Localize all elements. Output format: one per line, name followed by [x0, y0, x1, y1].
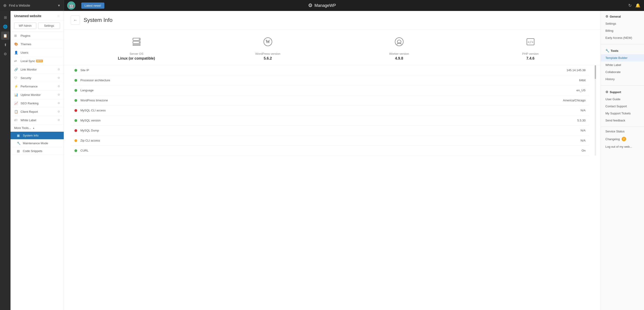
sidebar-item-uptime-monitor[interactable]: 📊 Uptime Monitor ⚙ [10, 91, 64, 99]
avatar: 🤖 [67, 1, 75, 10]
general-icon: ⚙ [606, 14, 608, 18]
white-label-gear-icon[interactable]: ⚙ [58, 118, 60, 122]
wp-version-icon: W [262, 36, 273, 49]
row-label-site-ip: Site IP [80, 68, 566, 72]
back-button[interactable]: ← [71, 16, 80, 25]
sidebar-icon-sites[interactable]: 🌐 [1, 22, 9, 30]
right-user-guide[interactable]: User Guide [601, 96, 644, 103]
performance-icon: ⚡ [14, 84, 18, 88]
system-info-label: System Info [23, 134, 38, 137]
right-settings[interactable]: Settings [601, 20, 644, 27]
tools-title: 🔧 Tools [601, 49, 644, 54]
uptime-gear-icon[interactable]: ⚙ [58, 93, 60, 96]
tools-icon: 🔧 [606, 49, 609, 52]
local-sync-label: Local Sync [20, 59, 35, 63]
right-billing[interactable]: Billing [601, 27, 644, 34]
right-send-feedback[interactable]: Send feedback [601, 117, 644, 124]
themes-icon: 🎨 [14, 42, 18, 46]
row-value-mysql-cli: N/A [580, 109, 586, 112]
right-logout[interactable]: Log out of my web... [601, 143, 644, 150]
notification-button[interactable]: 🔔 [635, 3, 640, 8]
row-label-zip-cli: Zip CLI access [80, 139, 580, 142]
sidebar-item-link-monitor[interactable]: 🔗 Link Monitor ⚙ [10, 65, 64, 74]
security-gear-icon[interactable]: ⚙ [58, 76, 60, 80]
security-label: Security [20, 76, 31, 80]
refresh-button[interactable]: ↻ [628, 3, 632, 8]
security-icon: 🛡 [14, 76, 18, 80]
status-dot-site-ip [74, 69, 77, 72]
status-dot-language [74, 89, 77, 92]
sidebar-item-white-label[interactable]: 🏷 White Label ⚙ [10, 116, 64, 124]
wp-admin-button[interactable]: WP Admin [14, 22, 36, 29]
support-section: ⚙ Support User Guide Contact Support My … [601, 86, 644, 126]
sidebar-item-system-info[interactable]: ▦ System Info [10, 132, 64, 140]
client-report-icon: 📋 [14, 110, 18, 114]
sidebar-item-code-snippets[interactable]: ▤ Code Snippets [10, 147, 64, 155]
performance-gear-icon[interactable]: ⚙ [58, 85, 60, 88]
link-monitor-gear-icon[interactable]: ⚙ [58, 68, 60, 71]
right-service-status[interactable]: Service Status [601, 128, 644, 135]
general-section: ⚙ General Settings Billing Early Access … [601, 11, 644, 43]
sidebar-item-maintenance-mode[interactable]: 🔧 Maintenance Mode [10, 140, 64, 147]
beta-badge: BETA [36, 60, 43, 62]
right-contact-support[interactable]: Contact Support [601, 103, 644, 110]
star-icon[interactable]: ☆ [57, 14, 60, 18]
sidebar-item-security[interactable]: 🛡 Security ⚙ [10, 74, 64, 82]
scrollbar[interactable] [595, 65, 596, 156]
client-report-gear-icon[interactable]: ⚙ [58, 110, 60, 113]
sidebar-item-plugins[interactable]: ⊞ Plugins [10, 32, 64, 40]
find-website-dropdown[interactable]: ⊕ Find a Website ▼ [0, 0, 64, 11]
system-row-mysql-version: MySQL version 5.5.30 [71, 116, 589, 126]
status-dot-mysql-cli [74, 109, 77, 112]
row-value-curl: On [582, 149, 586, 152]
sidebar-item-client-report[interactable]: 📋 Client Report ⚙ [10, 108, 64, 116]
left-sidebar: Unnamed website ☆ WP Admin Settings ⊞ Pl… [10, 11, 64, 310]
right-history[interactable]: History [601, 76, 644, 83]
support-label: Support [610, 90, 621, 94]
right-panel: ⚙ General Settings Billing Early Access … [600, 11, 644, 310]
general-label: General [610, 15, 621, 18]
site-name: Unnamed website [14, 14, 41, 18]
sidebar-item-local-sync[interactable]: ⇄ Local Sync BETA [10, 57, 64, 65]
right-collaborate[interactable]: Collaborate [601, 68, 644, 76]
status-dot-mysql-version [74, 119, 77, 122]
sidebar-icon-manage[interactable]: 📋 [1, 32, 9, 40]
system-row-mysql-dump: MySQL Dump N/A [71, 126, 589, 136]
sidebar-item-performance[interactable]: ⚡ Performance ⚙ [10, 82, 64, 91]
performance-label: Performance [20, 85, 38, 88]
row-value-processor: 64bit [579, 78, 586, 82]
right-template-builder[interactable]: Template Builder [601, 54, 644, 62]
worker-version-value: 4.9.8 [395, 56, 403, 60]
seo-gear-icon[interactable]: ⚙ [58, 102, 60, 105]
row-value-language: en_US [576, 88, 586, 92]
plugins-icon: ⊞ [14, 34, 18, 38]
scrollbar-thumb[interactable] [595, 65, 596, 79]
row-value-site-ip: 145.14.145.38 [566, 68, 586, 72]
support-title: ⚙ Support [601, 90, 644, 96]
sidebar-item-users[interactable]: 👤 Users [10, 48, 64, 57]
right-white-label[interactable]: White Label [601, 62, 644, 68]
sidebar-item-themes[interactable]: 🎨 Themes [10, 40, 64, 48]
row-label-mysql-version: MySQL version [80, 119, 577, 122]
right-my-support-tickets[interactable]: My Support Tickets [601, 110, 644, 117]
row-label-language: Language [80, 88, 576, 92]
changelog-label: Changelog [606, 138, 620, 141]
status-dot-processor [74, 79, 77, 82]
server-os-label: Server OS [130, 52, 144, 56]
tools-section: 🔧 Tools Template Builder White Label Col… [601, 45, 644, 84]
sidebar-buttons: WP Admin Settings [10, 20, 64, 32]
sidebar-icon-settings[interactable]: ⚙ [1, 50, 9, 58]
news-button[interactable]: Latest news! [81, 2, 104, 9]
sidebar-icon-dashboard[interactable]: ⊞ [1, 13, 9, 22]
wp-version-label: WordPress version [255, 52, 280, 56]
sidebar-icon-updates[interactable]: ⬆ [1, 41, 9, 49]
code-snippets-label: Code Snippets [23, 149, 42, 153]
server-os-value: Linux (or compatible) [118, 56, 155, 60]
more-tools-toggle[interactable]: More Tools... ▲ [10, 124, 64, 132]
right-changelog[interactable]: Changelog 7 [601, 135, 644, 143]
settings-button[interactable]: Settings [38, 22, 60, 29]
sidebar-item-seo[interactable]: 📈 SEO Ranking ⚙ [10, 99, 64, 108]
white-label-label: White Label [20, 118, 36, 122]
support-icon: ⚙ [606, 90, 608, 94]
right-early-access[interactable]: Early Access (NEW) [601, 34, 644, 41]
